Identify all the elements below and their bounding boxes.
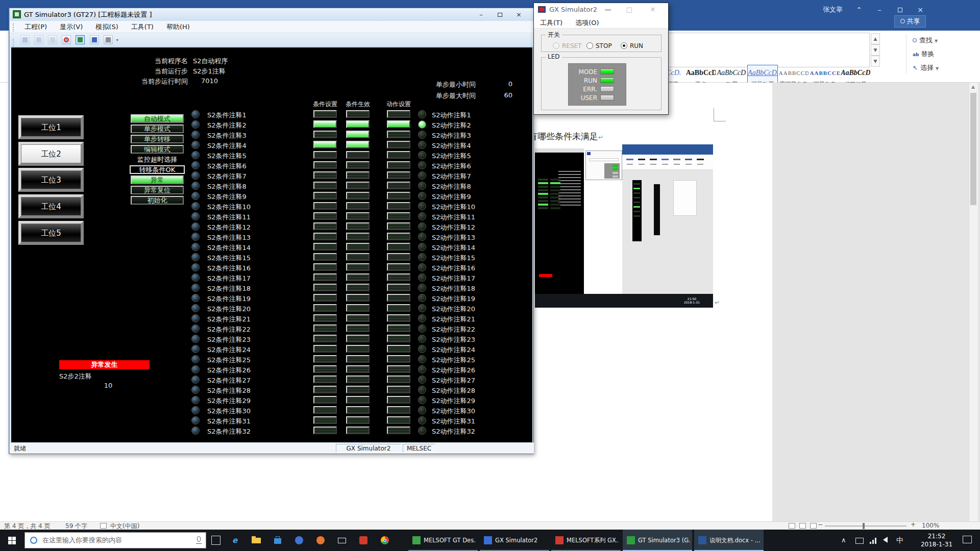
edge-icon[interactable]: e	[228, 534, 241, 547]
menu-help[interactable]: 帮助(H)	[161, 21, 195, 33]
network-icon[interactable]	[870, 537, 877, 544]
menu-view[interactable]: 显示(V)	[55, 21, 88, 33]
status-bar-lamp	[346, 182, 370, 189]
status-bar-lamp	[313, 120, 337, 128]
taskbar-app-button[interactable]: 说明文档.docx - ...	[694, 530, 764, 551]
radio-stop[interactable]: STOP	[586, 40, 612, 50]
zoom-in-button[interactable]: +	[911, 521, 916, 528]
tray-expand-icon[interactable]: ∧	[841, 536, 846, 544]
select-button[interactable]: ↖选择▼	[913, 63, 939, 73]
word-minimize-button[interactable]: –	[871, 4, 888, 15]
status-bar-lamp	[346, 212, 370, 220]
simulate-stop-icon[interactable]	[62, 35, 71, 44]
mini-word-window	[622, 144, 713, 300]
menu-project[interactable]: 工程(P)	[19, 21, 52, 33]
chrome-icon[interactable]	[378, 534, 391, 547]
zoom-slider-thumb[interactable]	[863, 523, 865, 529]
scroll-up-icon[interactable]: ▲	[971, 84, 975, 89]
file-explorer-icon[interactable]	[250, 534, 263, 547]
app-icon	[627, 536, 635, 544]
ribbon-display-options-icon[interactable]: ⌃	[850, 4, 868, 15]
taskbar-app-button[interactable]: GT Simulator3 (G...	[623, 530, 692, 551]
action-label: S2动作注释28	[432, 386, 475, 395]
document-text-line[interactable]: 有哪些条件未满足↵	[529, 131, 603, 142]
radio-run[interactable]: RUN	[621, 40, 643, 50]
monitor-row: S2条件注释10S2动作注释10	[11, 202, 532, 210]
volume-icon[interactable]	[883, 537, 888, 543]
share-button[interactable]: 共享	[894, 15, 926, 28]
gx-close-button[interactable]: ✕	[645, 5, 660, 15]
gallery-more-icon[interactable]: ▼	[871, 56, 880, 67]
device-monitor-icon[interactable]	[90, 35, 99, 44]
gt-close-button[interactable]: ×	[510, 10, 527, 19]
simulate-start-icon[interactable]	[48, 35, 57, 44]
replace-button[interactable]: ab替换	[913, 49, 935, 60]
taskbar-app-button[interactable]: MELSOFT GT Des...	[408, 530, 478, 551]
action-label: S2动作注释21	[432, 315, 475, 324]
gallery-scroll-up-icon[interactable]: ▲	[871, 33, 880, 44]
start-button[interactable]	[0, 530, 24, 551]
microphone-icon[interactable]	[197, 536, 201, 542]
zoom-out-button[interactable]: −	[818, 521, 823, 528]
task-view-icon[interactable]	[211, 536, 220, 545]
action-lamp-icon	[418, 253, 426, 261]
ime-indicator[interactable]: 中	[896, 536, 903, 545]
menu-simulate[interactable]: 模拟(S)	[90, 21, 123, 33]
print-view-icon[interactable]	[799, 523, 806, 529]
condition-lamp-icon	[191, 273, 200, 282]
gt-maximize-button[interactable]	[492, 10, 508, 19]
taskbar-clock[interactable]: 21:522018-1-31	[918, 532, 955, 548]
condition-label: S2条件注释25	[207, 356, 251, 365]
open-project-icon[interactable]	[20, 35, 30, 44]
read-view-icon[interactable]	[789, 523, 795, 529]
action-lamp-icon	[418, 120, 426, 129]
menu-tools[interactable]: 工具(T)	[126, 21, 159, 33]
status-bar-lamp	[313, 110, 337, 118]
action-lamp-icon	[418, 202, 426, 210]
condition-lamp-icon	[191, 161, 200, 169]
status-bar-lamp	[313, 427, 337, 434]
word-restore-button[interactable]	[891, 4, 909, 15]
action-center-icon[interactable]	[963, 536, 972, 543]
taskbar-app-button[interactable]: MELSOFT系列 GX...	[551, 530, 621, 551]
gt-status-cell-connection: GX Simulator2	[336, 444, 401, 453]
gx-minimize-button[interactable]: —	[600, 5, 616, 15]
screen-snapshot-icon[interactable]	[76, 35, 85, 44]
mail-icon[interactable]	[335, 534, 349, 547]
touch-keyboard-icon[interactable]	[855, 538, 864, 544]
gx-titlebar[interactable]: GX Simulator2 — □ ✕	[534, 3, 668, 17]
status-bar-lamp	[313, 294, 337, 302]
zoom-level[interactable]: 100%	[922, 522, 939, 529]
find-button[interactable]: 查找▼	[913, 36, 938, 46]
word-close-button[interactable]: ×	[912, 4, 929, 15]
app-icon	[484, 536, 492, 544]
scrollbar-thumb[interactable]	[970, 93, 976, 205]
save-project-icon[interactable]	[34, 35, 43, 44]
zoom-slider[interactable]	[825, 525, 906, 527]
gt-titlebar[interactable]: GT Simulator3 (GT27) [工程标题未设置 ] – ×	[10, 8, 534, 21]
store-icon[interactable]	[271, 534, 284, 547]
condition-label: S2条件注释5	[207, 152, 247, 161]
toolbar-overflow-icon[interactable]: ▾	[116, 38, 118, 42]
gx-menu-tools[interactable]: 工具(T)	[534, 17, 567, 28]
action-lamp-icon	[418, 355, 426, 363]
monitor-row: S2条件注释12S2动作注释12	[11, 222, 532, 231]
netease-music-icon[interactable]	[357, 534, 370, 547]
firefox-icon[interactable]	[314, 534, 327, 547]
gt-hmi-screen[interactable]: 当前程序名 S2自动程序 当前运行步 S2步1注释 当前步运行时间 7010 单…	[11, 47, 532, 442]
embedded-screenshot-image[interactable]: 21:502018-1-31	[535, 144, 713, 308]
mini-gx-window	[585, 151, 622, 180]
web-view-icon[interactable]	[810, 523, 817, 529]
gt-minimize-button[interactable]: –	[473, 10, 489, 19]
option-wrench-icon[interactable]	[104, 35, 113, 44]
action-label: S2动作注释24	[432, 345, 475, 355]
gallery-scroll-down-icon[interactable]: ▼	[871, 44, 880, 56]
status-bar-lamp	[387, 243, 410, 251]
gx-menu-options[interactable]: 选项(O)	[569, 17, 603, 28]
condition-label: S2条件注释32	[207, 427, 251, 436]
search-input[interactable]: 在这里输入你要搜索的内容	[24, 532, 206, 548]
taskbar-app-button[interactable]: GX Simulator2	[480, 530, 549, 551]
monitor-row: S2条件注释16S2动作注释16	[11, 263, 532, 271]
browser-globe-icon[interactable]	[292, 534, 306, 547]
status-bar-lamp	[313, 304, 337, 312]
